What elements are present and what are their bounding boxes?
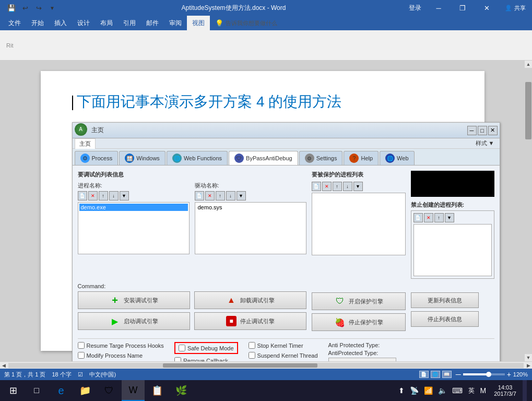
protect-listbox[interactable] <box>312 193 406 255</box>
install-debug-button[interactable]: + 安装调试引擎 <box>78 291 190 309</box>
process-down-btn[interactable]: ↓ <box>109 191 119 200</box>
task-view-button[interactable]: □ <box>26 380 47 401</box>
stop-kernel-input[interactable] <box>249 342 255 349</box>
undo-button[interactable]: ↩ <box>19 2 31 14</box>
anti-type-select[interactable] <box>328 358 396 361</box>
tab-home[interactable]: 开始 <box>26 16 49 30</box>
nocreate-up-btn[interactable]: ↑ <box>434 213 444 222</box>
apt-maximize-button[interactable]: □ <box>478 126 487 135</box>
protect-up-btn[interactable]: ↑ <box>333 182 342 191</box>
hscroll-right-button[interactable]: ▶ <box>525 363 532 368</box>
taskbar-clipboard-icon[interactable]: 📋 <box>146 380 169 401</box>
apt-tab-help[interactable]: ? Help <box>344 151 379 165</box>
apt-tab-webfunctions[interactable]: 🌐 Web Functions <box>167 151 228 165</box>
start-debug-button[interactable]: ▶ 启动调试引擎 <box>78 312 190 330</box>
restore-button[interactable]: ❐ <box>451 0 475 16</box>
update-list-button[interactable]: 更新列表信息 <box>411 292 479 308</box>
process-add-btn[interactable]: 📄 <box>78 191 87 200</box>
apt-close-button[interactable]: ✕ <box>488 126 498 135</box>
start-button[interactable]: ⊞ <box>0 380 26 401</box>
remove-callback-checkbox[interactable]: Remove Callback <box>174 357 238 361</box>
scroll-down-button[interactable]: ▼ <box>525 354 532 361</box>
process-up-btn[interactable]: ↑ <box>99 191 108 200</box>
nocreate-del-btn[interactable]: ✕ <box>424 213 433 222</box>
zoom-plus-button[interactable]: + <box>507 370 511 379</box>
stop-protect-button[interactable]: 🍓 停止保护引擎 <box>312 313 406 331</box>
apt-tab-process[interactable]: ⚙ Process <box>75 151 119 165</box>
tray-volume-icon[interactable]: 🔈 <box>436 386 448 395</box>
share-button[interactable]: 👤 共享 <box>499 2 532 14</box>
protect-down-btn[interactable]: ↓ <box>343 182 352 191</box>
modify-name-checkbox[interactable]: Modify Process Name <box>78 352 164 359</box>
driver-down-btn[interactable]: ↓ <box>226 191 235 200</box>
suspend-thread-checkbox[interactable]: Suspend Kernel Thread <box>249 352 318 359</box>
save-button[interactable]: 💾 <box>5 2 18 14</box>
driver-more-btn[interactable]: ▼ <box>237 191 246 200</box>
driver-add-btn[interactable]: 📄 <box>195 191 204 200</box>
tell-me[interactable]: 💡 告诉我你想要做什么 <box>215 19 277 27</box>
taskbar-explorer-icon[interactable]: 📁 <box>74 380 97 401</box>
protect-del-btn[interactable]: ✕ <box>322 182 332 191</box>
tab-mailing[interactable]: 邮件 <box>141 16 164 30</box>
apt-tab-windows[interactable]: 🪟 Windows <box>119 151 165 165</box>
resume-hooks-checkbox[interactable]: Resume Targe Process Hooks <box>78 342 164 349</box>
apt-tab-web[interactable]: 🌐 Web <box>380 151 414 165</box>
driver-listbox[interactable]: demo.sys <box>195 202 306 254</box>
process-list-item[interactable]: demo.exe <box>79 204 188 211</box>
tray-wifi-icon[interactable]: 📶 <box>422 386 434 395</box>
view-read-icon[interactable]: 📖 <box>442 371 452 378</box>
safe-debug-input[interactable] <box>179 345 185 351</box>
stop-kernel-checkbox[interactable]: Stop Kernel Timer <box>249 342 318 349</box>
resume-hooks-input[interactable] <box>78 342 85 349</box>
tray-network-icon[interactable]: 📡 <box>408 386 420 395</box>
protect-more-btn[interactable]: ▼ <box>353 182 363 191</box>
stop-list-button[interactable]: 停止列表信息 <box>411 311 479 327</box>
taskbar-word-icon[interactable]: W <box>122 380 145 401</box>
apt-style-button[interactable]: 样式 ▼ <box>472 139 498 147</box>
taskbar-time[interactable]: 14:03 2017/3/7 <box>490 384 521 397</box>
tab-design[interactable]: 设计 <box>72 16 95 30</box>
scroll-track[interactable] <box>525 68 532 354</box>
driver-up-btn[interactable]: ↑ <box>216 191 225 200</box>
view-print-icon[interactable]: 📄 <box>419 371 429 378</box>
view-web-icon[interactable]: 🌐 <box>431 371 440 378</box>
unload-debug-button[interactable]: ▲ 卸载调试引擎 <box>194 291 306 309</box>
no-create-listbox[interactable] <box>413 224 492 276</box>
tray-keyboard-icon[interactable]: ⌨ <box>451 386 464 395</box>
taskbar-leaf-icon[interactable]: 🌿 <box>170 380 193 401</box>
hscroll-left-button[interactable]: ◀ <box>0 363 7 368</box>
apt-tab-bypass[interactable]: 🛡 ByPassAntiDebug <box>229 151 298 165</box>
tab-file[interactable]: 文件 <box>3 16 26 30</box>
process-more-btn[interactable]: ▼ <box>120 191 129 200</box>
close-button[interactable]: ✕ <box>475 0 499 16</box>
spell-check-icon[interactable]: ☑ <box>78 371 83 378</box>
tab-references[interactable]: 引用 <box>118 16 141 30</box>
driver-del-btn[interactable]: ✕ <box>205 191 215 200</box>
redo-button[interactable]: ↪ <box>32 2 45 14</box>
tab-insert[interactable]: 插入 <box>49 16 72 30</box>
suspend-thread-input[interactable] <box>249 352 255 359</box>
tray-lang[interactable]: 英 <box>466 386 477 395</box>
apt-nav-home[interactable]: 主页 <box>75 138 96 149</box>
quick-access-more[interactable]: ▼ <box>46 2 58 14</box>
scroll-up-button[interactable]: ▲ <box>525 61 532 68</box>
stop-debug-button[interactable]: ■ 停止调试引擎 <box>194 312 306 330</box>
tab-layout[interactable]: 布局 <box>95 16 118 30</box>
tab-view[interactable]: 视图 <box>187 16 210 30</box>
remove-callback-input[interactable] <box>174 357 181 361</box>
hscroll-track[interactable] <box>8 363 524 368</box>
taskbar-shield-icon[interactable]: 🛡 <box>98 380 121 401</box>
safe-debug-checkbox[interactable]: Safe Debug Mode <box>179 345 234 351</box>
process-del-btn[interactable]: ✕ <box>88 191 98 200</box>
login-button[interactable]: 登录 <box>404 4 427 13</box>
start-protect-button[interactable]: 🛡 开启保护引擎 <box>312 292 406 310</box>
tray-m-icon[interactable]: M <box>479 386 488 395</box>
driver-list-item[interactable]: demo.sys <box>196 204 305 211</box>
taskbar-edge-icon[interactable]: e <box>50 380 73 401</box>
zoom-minus-button[interactable]: ─ <box>456 370 461 379</box>
language[interactable]: 中文(中国) <box>89 371 116 379</box>
nocreate-more-btn[interactable]: ▼ <box>445 213 454 222</box>
show-desktop-button[interactable] <box>523 380 527 401</box>
nocreate-add-btn[interactable]: 📄 <box>413 213 423 222</box>
protect-add-btn[interactable]: 📄 <box>312 182 321 191</box>
